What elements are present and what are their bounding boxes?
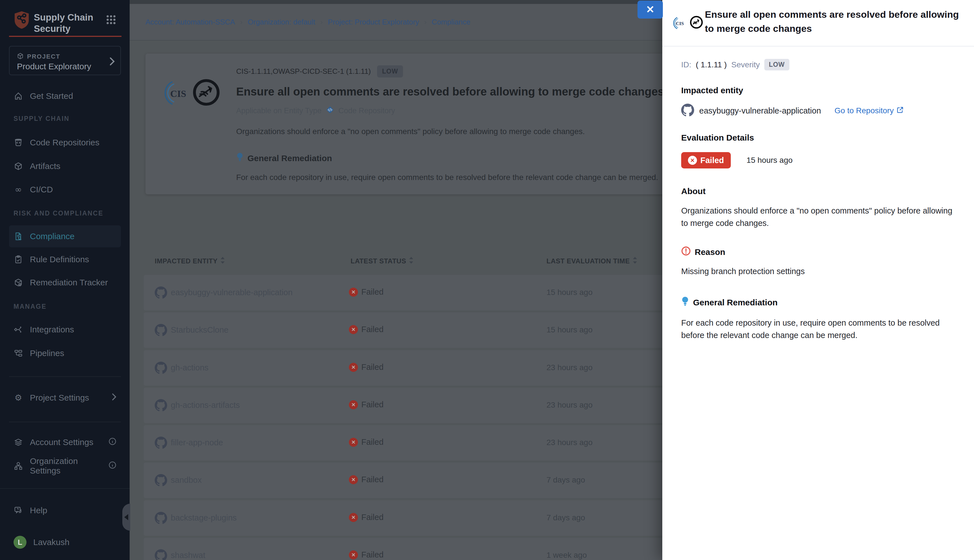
drawer-header: CIS Ensure all open comments are resolve… bbox=[662, 0, 974, 46]
sidebar-item-remediation-tracker[interactable]: Remediation Tracker bbox=[9, 274, 121, 291]
github-icon bbox=[155, 287, 167, 300]
sidebar-item-project-settings[interactable]: ⚙ Project Settings bbox=[9, 389, 121, 407]
help-chat-icon bbox=[13, 506, 23, 515]
failed-status-icon: ✕ bbox=[688, 156, 697, 165]
sidebar-item-integrations[interactable]: Integrations bbox=[9, 321, 121, 338]
table-row[interactable]: gh-actions-artifacts ✕Failed 23 hours ag… bbox=[144, 388, 710, 423]
github-icon bbox=[155, 362, 167, 375]
user-menu[interactable]: L Lavakush bbox=[9, 533, 121, 551]
table-row[interactable]: easybuggy-vulnerable-application ✕Failed… bbox=[144, 275, 710, 310]
pipelines-icon bbox=[13, 348, 23, 358]
project-selector[interactable]: PROJECT Product Exploratory bbox=[9, 46, 121, 75]
clipboard-check-icon bbox=[13, 255, 23, 264]
table-row[interactable]: gh-actions ✕Failed 23 hours ago bbox=[144, 350, 710, 386]
failed-status-icon: ✕ bbox=[349, 513, 358, 522]
app-switcher-grid-icon[interactable] bbox=[106, 15, 116, 26]
breadcrumb-separator: › bbox=[424, 18, 427, 27]
close-drawer-button[interactable]: ✕ bbox=[637, 0, 663, 18]
close-icon: ✕ bbox=[646, 4, 654, 15]
breadcrumb: Account: Automation-SSCA › Organization:… bbox=[145, 18, 470, 27]
severity-label: Severity bbox=[731, 60, 760, 69]
info-icon bbox=[108, 437, 117, 447]
chevron-right-icon bbox=[112, 393, 117, 403]
general-remediation-heading: General Remediation bbox=[693, 298, 777, 307]
drawer-title: Ensure all open comments are resolved be… bbox=[705, 7, 961, 35]
table-row[interactable]: sandbox ✕Failed 7 days ago bbox=[144, 463, 710, 498]
sidebar-bottom-divider bbox=[0, 488, 130, 489]
sidebar-item-label: Remediation Tracker bbox=[30, 278, 108, 287]
avatar: L bbox=[13, 536, 27, 549]
sidebar-item-cicd[interactable]: ∞ CI/CD bbox=[9, 181, 121, 198]
rule-detail-drawer: CIS Ensure all open comments are resolve… bbox=[662, 0, 974, 560]
supply-chain-security-logo-icon bbox=[13, 11, 30, 30]
github-icon bbox=[155, 437, 167, 450]
breadcrumb-separator: › bbox=[240, 18, 243, 27]
sidebar-item-label: Integrations bbox=[30, 325, 74, 334]
project-name: Product Exploratory bbox=[17, 62, 91, 71]
sidebar-collapse-handle[interactable] bbox=[122, 504, 130, 531]
column-header-latest-status[interactable]: LATEST STATUS bbox=[350, 257, 414, 265]
breadcrumb-project[interactable]: Project: Product Exploratory bbox=[328, 18, 419, 27]
github-icon bbox=[681, 104, 694, 118]
column-header-last-evaluation-time[interactable]: LAST EVALUATION TIME bbox=[547, 257, 637, 265]
sidebar-item-label: Account Settings bbox=[30, 437, 93, 447]
table-row[interactable]: filler-app-node ✕Failed 23 hours ago bbox=[144, 425, 710, 460]
evaluation-time: 23 hours ago bbox=[547, 400, 592, 410]
severity-badge: LOW bbox=[764, 59, 789, 70]
breadcrumb-organization[interactable]: Organization: default bbox=[248, 18, 315, 27]
integrations-icon bbox=[13, 325, 23, 334]
sort-icon[interactable] bbox=[633, 257, 637, 265]
app-title: Supply Chain Security bbox=[34, 12, 102, 34]
sidebar-divider bbox=[9, 376, 121, 377]
go-to-repository-label: Go to Repository bbox=[834, 106, 894, 115]
breadcrumb-separator: › bbox=[320, 18, 323, 27]
breadcrumb-compliance[interactable]: Compliance bbox=[432, 18, 470, 27]
evaluation-time: 23 hours ago bbox=[547, 438, 592, 447]
sidebar-item-artifacts[interactable]: Artifacts bbox=[9, 157, 121, 175]
sidebar-item-organization-settings[interactable]: Organization Settings bbox=[9, 457, 121, 475]
entity-type-value: Code Repository bbox=[339, 107, 395, 115]
go-to-repository-link[interactable]: Go to Repository bbox=[834, 106, 904, 115]
cicd-infinity-icon: ∞ bbox=[13, 185, 23, 194]
sidebar-item-code-repositories[interactable]: Code Repositories bbox=[9, 134, 121, 151]
sidebar-item-label: Help bbox=[30, 506, 47, 515]
cis-logo-text: CIS bbox=[676, 21, 684, 26]
impacted-entity-row: easybuggy-vulnerable-application Go to R… bbox=[681, 104, 955, 118]
sidebar-item-label: Get Started bbox=[30, 91, 73, 101]
chevron-right-icon bbox=[110, 57, 115, 67]
evaluation-time: 15 hours ago bbox=[547, 325, 592, 334]
section-supply-chain: SUPPLY CHAIN bbox=[13, 115, 70, 123]
reason-heading: Reason bbox=[695, 247, 725, 257]
status-label: Failed bbox=[361, 363, 384, 372]
remediation-box-icon bbox=[13, 278, 23, 287]
lightbulb-icon bbox=[236, 152, 244, 164]
sidebar-item-rule-definitions[interactable]: Rule Definitions bbox=[9, 251, 121, 268]
sort-icon[interactable] bbox=[220, 257, 225, 265]
entity-name: backstage-plugins bbox=[171, 513, 237, 523]
failed-status-icon: ✕ bbox=[349, 550, 358, 560]
sidebar-item-label: Compliance bbox=[30, 232, 74, 241]
table-row[interactable]: shashwat ✕Failed 1 week ago bbox=[144, 538, 710, 560]
gear-icon: ⚙ bbox=[13, 393, 23, 403]
breadcrumb-account[interactable]: Account: Automation-SSCA bbox=[145, 18, 235, 27]
id-label: ID: bbox=[681, 60, 691, 69]
failed-status-icon: ✕ bbox=[349, 438, 358, 447]
sidebar-item-compliance[interactable]: Compliance bbox=[9, 225, 121, 247]
sidebar-item-get-started[interactable]: Get Started bbox=[9, 87, 121, 105]
table-row[interactable]: backstage-plugins ✕Failed 7 days ago bbox=[144, 500, 710, 536]
entity-name: StarbucksClone bbox=[171, 325, 228, 335]
sidebar-item-label: CI/CD bbox=[30, 185, 53, 194]
lightbulb-icon bbox=[681, 296, 689, 309]
sort-icon[interactable] bbox=[409, 257, 414, 265]
sidebar-item-label: Artifacts bbox=[30, 162, 60, 171]
sidebar-item-pipelines[interactable]: Pipelines bbox=[9, 345, 121, 362]
entity-name: easybuggy-vulnerable-application bbox=[171, 288, 292, 297]
table-row[interactable]: StarbucksClone ✕Failed 15 hours ago bbox=[144, 312, 710, 348]
entity-name: sandbox bbox=[171, 475, 202, 485]
column-header-impacted-entity[interactable]: IMPACTED ENTITY bbox=[155, 257, 225, 265]
sidebar-item-help[interactable]: Help bbox=[9, 502, 121, 519]
app-root: Supply Chain Security PROJECT Product Ex… bbox=[0, 0, 974, 560]
cis-logo-icon: CIS bbox=[672, 16, 686, 32]
sidebar-item-account-settings[interactable]: Account Settings bbox=[9, 433, 121, 451]
section-manage: MANAGE bbox=[13, 303, 47, 310]
